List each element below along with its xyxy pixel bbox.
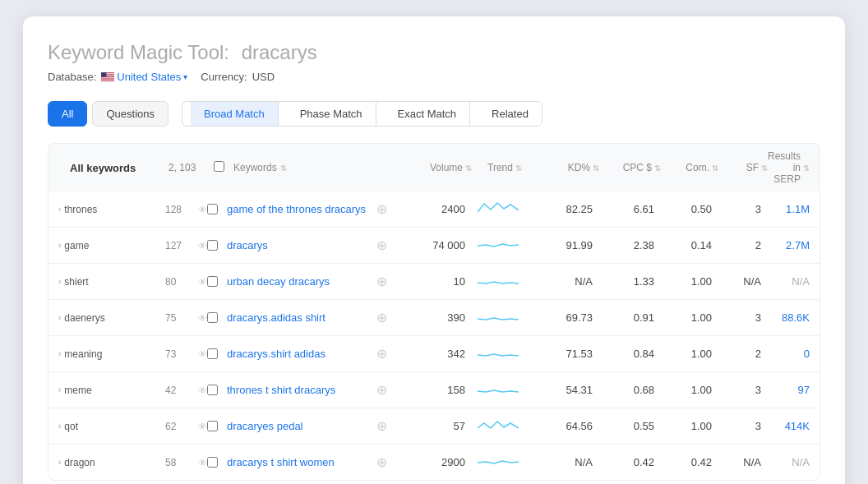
col-cpc-label: CPC $ [623,162,652,173]
expand-chevron[interactable]: › [58,385,61,394]
keyword-link[interactable]: urban decay dracarys [227,275,372,288]
eye-icon[interactable]: 👁 [198,277,207,287]
row-checkbox[interactable] [207,457,218,468]
sort-trend-icon[interactable]: ⇅ [515,164,522,173]
serp-value: 0 [761,348,810,360]
add-keyword-button[interactable]: ⊕ [372,382,391,398]
com-value: 1.00 [654,311,712,324]
expand-chevron[interactable]: › [58,458,61,467]
sf-value: 3 [712,420,761,432]
keyword-link[interactable]: dracarys [227,239,372,251]
us-flag-icon [101,72,114,81]
trend-chart [465,236,531,255]
th-sf: SF ⇅ [718,162,768,173]
col-com-label: Com. [686,162,709,173]
sf-value: 3 [712,311,761,324]
add-keyword-button[interactable]: ⊕ [372,201,391,217]
row-group-label: › game [58,240,165,251]
keyword-link[interactable]: game of the thrones dracarys [227,203,372,215]
eye-icon[interactable]: 👁 [198,422,207,431]
kd-value: 82.25 [531,203,593,215]
country-link[interactable]: United States ▾ [101,71,187,83]
keyword-link[interactable]: thrones t shirt dracarys [227,384,372,396]
sort-volume-icon[interactable]: ⇅ [465,164,472,173]
row-group-label: › meme [58,385,165,396]
expand-chevron[interactable]: › [58,205,61,214]
keyword-link[interactable]: dracarys.adidas shirt [227,311,372,324]
com-value: 1.00 [654,348,712,360]
kd-value: N/A [531,456,593,468]
trend-chart [465,200,531,219]
row-checkbox[interactable] [207,348,218,359]
volume-value: 10 [391,275,465,288]
tab-phase-match[interactable]: Phase Match [287,102,376,126]
row-checkbox[interactable] [207,312,218,323]
trend-chart [465,272,531,291]
row-checkbox-area [207,240,227,251]
cpc-value: 1.33 [593,275,654,288]
add-keyword-button[interactable]: ⊕ [372,310,391,325]
tab-related[interactable]: Related [478,102,542,126]
eye-icon[interactable]: 👁 [198,313,207,323]
tab-all[interactable]: All [48,101,87,127]
col-serp-label: Results in SERP [768,150,801,185]
sort-cpc-icon[interactable]: ⇅ [654,164,661,173]
expand-chevron[interactable]: › [58,349,61,358]
tab-exact-match[interactable]: Exact Match [385,102,471,126]
col-keywords-label: Keywords [233,162,277,173]
select-all-checkbox[interactable] [214,161,224,172]
eye-icon[interactable]: 👁 [198,385,207,395]
database-label: Database: [48,71,96,83]
currency-label: Currency: [201,71,247,83]
com-value: 0.50 [654,203,712,215]
serp-value: 88.6K [761,311,810,324]
add-keyword-button[interactable]: ⊕ [372,237,391,253]
row-checkbox[interactable] [207,276,218,287]
eye-icon[interactable]: 👁 [198,241,207,251]
group-name: meaning [64,348,102,360]
add-keyword-button[interactable]: ⊕ [372,418,391,434]
sort-kd-icon[interactable]: ⇅ [593,164,599,173]
row-checkbox-area [207,421,227,431]
expand-chevron[interactable]: › [58,241,61,250]
th-cpc: CPC $ ⇅ [599,162,661,173]
expand-chevron[interactable]: › [58,422,61,431]
expand-chevron[interactable]: › [58,313,61,322]
sort-sf-icon[interactable]: ⇅ [761,164,768,173]
row-checkbox[interactable] [207,385,218,395]
row-checkbox[interactable] [207,204,218,214]
row-group-label: › thrones [58,204,165,215]
row-checkbox[interactable] [207,240,218,251]
sort-keywords-icon[interactable]: ⇅ [280,164,287,173]
row-checkbox-area [207,276,227,287]
group-count: 2, 103 [169,162,214,173]
row-group-label: › dragon [58,457,165,468]
sort-serp-icon[interactable]: ⇅ [803,164,810,173]
keyword-table: All keywords 2, 103 Keywords ⇅ Volume ⇅ … [48,143,820,481]
tab-broad-match[interactable]: Broad Match [191,102,279,126]
keyword-link[interactable]: dracarys.shirt adidas [227,348,372,360]
trend-chart [465,453,531,472]
add-keyword-button[interactable]: ⊕ [372,454,391,470]
keyword-link[interactable]: dracaryes pedal [227,420,372,432]
row-group-label: › daenerys [58,312,165,324]
eye-icon[interactable]: 👁 [198,205,207,214]
th-kd: KD% ⇅ [538,162,599,173]
table-body: › thrones 128 👁 game of the thrones drac… [48,191,820,481]
row-checkbox-area [207,204,227,214]
volume-value: 2900 [391,456,465,468]
add-keyword-button[interactable]: ⊕ [372,274,391,289]
keyword-link[interactable]: dracarys t shirt women [227,456,372,468]
tab-questions[interactable]: Questions [92,101,169,127]
eye-icon[interactable]: 👁 [198,349,207,359]
row-checkbox-area [207,348,227,359]
group-name: game [64,240,89,251]
com-value: 1.00 [654,420,712,432]
sort-com-icon[interactable]: ⇅ [712,164,718,173]
add-keyword-button[interactable]: ⊕ [372,346,391,362]
row-checkbox[interactable] [207,421,218,431]
serp-value: 2.7M [761,239,810,251]
eye-icon[interactable]: 👁 [198,458,207,468]
sf-value: N/A [712,456,761,468]
expand-chevron[interactable]: › [58,277,61,286]
